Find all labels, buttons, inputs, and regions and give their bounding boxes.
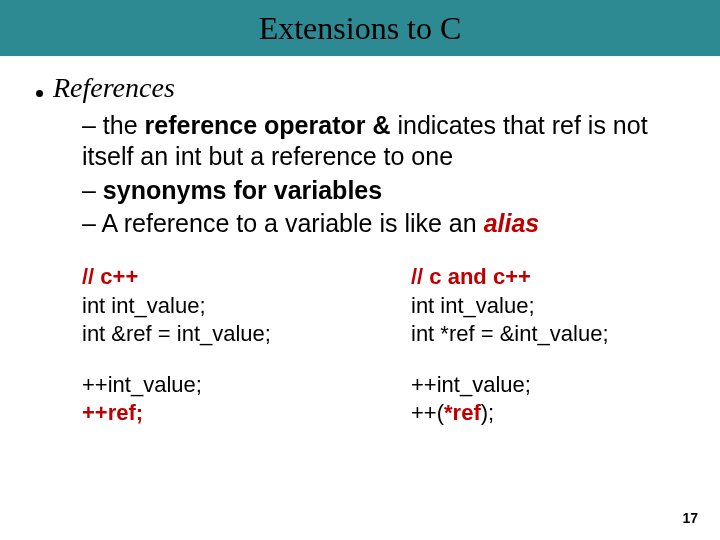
code-left-l3: ++int_value; xyxy=(82,371,361,400)
code-right-head: // c and c++ xyxy=(411,263,690,292)
code-right-l2: int *ref = &int_value; xyxy=(411,320,690,349)
code-right-l4a: ++( xyxy=(411,400,444,425)
sub-item-1: – the reference operator & indicates tha… xyxy=(82,110,690,173)
code-right-l1: int int_value; xyxy=(411,292,690,321)
sub1-prefix: – the xyxy=(82,111,145,139)
sub3-prefix: – A reference to a variable is like an xyxy=(82,209,484,237)
page-number: 17 xyxy=(682,510,698,526)
code-left-l4: ++ref; xyxy=(82,399,361,428)
sub1-bold: reference operator & xyxy=(145,111,391,139)
code-left-l1: int int_value; xyxy=(82,292,361,321)
sub2-bold: synonyms for variables xyxy=(103,176,382,204)
code-right-l4: ++(*ref); xyxy=(411,399,690,428)
code-right-l4c: ); xyxy=(481,400,494,425)
heading-row: References xyxy=(36,72,690,104)
code-right-l4b: *ref xyxy=(444,400,481,425)
sub-item-3: – A reference to a variable is like an a… xyxy=(82,208,690,239)
code-col-right: // c and c++ int int_value; int *ref = &… xyxy=(411,263,690,428)
code-right-l3: ++int_value; xyxy=(411,371,690,400)
code-col-left: // c++ int int_value; int &ref = int_val… xyxy=(82,263,361,428)
bullet-icon xyxy=(36,90,43,97)
sub2-prefix: – xyxy=(82,176,103,204)
slide-content: References – the reference operator & in… xyxy=(0,56,720,428)
sub-bullet-list: – the reference operator & indicates tha… xyxy=(82,110,690,239)
sub-item-2: – synonyms for variables xyxy=(82,175,690,206)
code-right-spacer xyxy=(411,349,690,371)
heading-text: References xyxy=(53,72,175,104)
code-left-head: // c++ xyxy=(82,263,361,292)
slide-title: Extensions to C xyxy=(259,10,462,47)
code-columns: // c++ int int_value; int &ref = int_val… xyxy=(82,263,690,428)
code-left-l2: int &ref = int_value; xyxy=(82,320,361,349)
title-bar: Extensions to C xyxy=(0,0,720,56)
sub3-alias: alias xyxy=(484,209,540,237)
code-left-spacer xyxy=(82,349,361,371)
